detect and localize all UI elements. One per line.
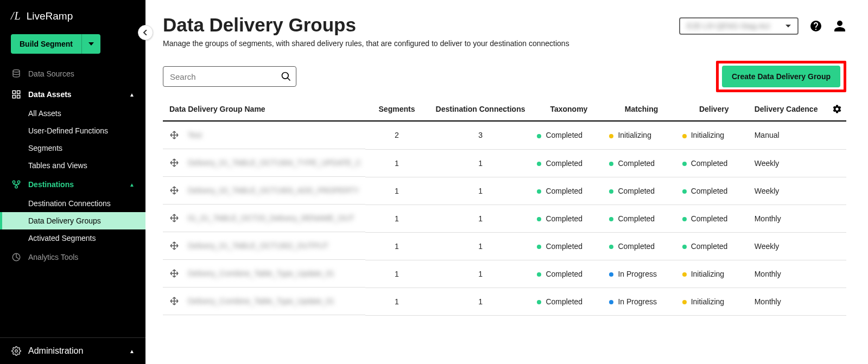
- svg-point-7: [15, 186, 18, 188]
- table-row[interactable]: Delivery_Combine_Table_Type_Update_0111C…: [163, 260, 846, 288]
- row-segments: 1: [365, 177, 428, 205]
- anchor-icon: [169, 158, 179, 168]
- svg-point-10: [282, 73, 289, 79]
- row-segments: 1: [365, 232, 428, 260]
- row-taxonomy-status: Completed: [533, 205, 605, 232]
- sidebar-item-destinations[interactable]: Destinations ▲: [0, 174, 145, 195]
- logo-mark: /L: [11, 10, 21, 22]
- row-taxonomy-status: Completed: [533, 177, 605, 205]
- row-destinations: 1: [428, 288, 533, 315]
- row-delivery-status: Completed: [678, 149, 750, 177]
- row-destinations: 1: [428, 232, 533, 260]
- table-row[interactable]: Delivery_01_TABLE_OCT1902_OUTPUT11Comple…: [163, 232, 846, 260]
- col-header-cadence[interactable]: Delivery Cadence: [750, 98, 828, 121]
- row-delivery-status: Initializing: [678, 260, 750, 288]
- row-name: Delivery_Combine_Table_Type_Update_01: [188, 297, 334, 305]
- database-icon: [11, 68, 22, 79]
- col-header-destination[interactable]: Destination Connections: [428, 98, 533, 121]
- row-cadence: Weekly: [750, 149, 828, 177]
- row-segments: 2: [365, 121, 428, 149]
- table-row[interactable]: Test23CompletedInitializingInitializingM…: [163, 121, 846, 149]
- col-header-segments[interactable]: Segments: [365, 98, 428, 121]
- sidebar-sub-destination-connections[interactable]: Destination Connections: [0, 195, 145, 212]
- row-name: 01_01_TABLE_OCT20_Delivery_RENAME_OUT: [188, 214, 354, 222]
- row-taxonomy-status: Completed: [533, 232, 605, 260]
- sidebar-item-analytics[interactable]: Analytics Tools: [0, 247, 145, 267]
- row-matching-status: Completed: [605, 205, 677, 232]
- brand-logo: /L LiveRamp: [0, 0, 145, 28]
- col-header-name[interactable]: Data Delivery Group Name: [163, 98, 365, 121]
- chevron-up-icon: ▲: [129, 348, 135, 354]
- row-matching-status: Completed: [605, 177, 677, 205]
- row-matching-status: In Progress: [605, 288, 677, 315]
- row-delivery-status: Initializing: [678, 288, 750, 315]
- sidebar-label: Analytics Tools: [28, 253, 78, 261]
- table-row[interactable]: Delivery_Combine_Table_Type_Update_0111C…: [163, 288, 846, 315]
- table-row[interactable]: Delivery_01_TABLE_OCT1904_TYPE_UPDATE_C1…: [163, 149, 846, 177]
- sidebar-label: Administration: [28, 346, 83, 356]
- col-header-delivery[interactable]: Delivery: [678, 98, 750, 121]
- anchor-icon: [169, 241, 179, 251]
- sidebar-label: Data Assets: [28, 90, 72, 99]
- row-name: Delivery_02_TABLE_OCT1903_ADD_PROPERTY: [188, 186, 359, 195]
- svg-point-5: [12, 181, 15, 183]
- svg-rect-2: [17, 91, 20, 93]
- sidebar-label: Data Sources: [28, 69, 74, 78]
- col-header-taxonomy[interactable]: Taxonomy: [533, 98, 605, 121]
- help-icon[interactable]: [809, 20, 822, 33]
- account-dropdown[interactable]: E2E-LR-QENG-Stag-Act: [679, 17, 799, 35]
- sidebar-sub-udf[interactable]: User-Defined Functions: [0, 122, 145, 139]
- sidebar-sub-activated-segments[interactable]: Activated Segments: [0, 229, 145, 247]
- search-icon: [281, 71, 292, 82]
- chevron-up-icon: ▲: [129, 182, 135, 188]
- sidebar: /L LiveRamp Build Segment Data Sources D…: [0, 0, 145, 364]
- page-description: Manage the groups of segments, with shar…: [163, 39, 679, 48]
- table-row[interactable]: 01_01_TABLE_OCT20_Delivery_RENAME_OUT11C…: [163, 205, 846, 232]
- anchor-icon: [169, 213, 179, 223]
- search-input[interactable]: [170, 72, 281, 81]
- row-destinations: 1: [428, 260, 533, 288]
- sidebar-sub-all-assets[interactable]: All Assets: [0, 105, 145, 122]
- row-name: Delivery_01_TABLE_OCT1902_OUTPUT: [188, 241, 328, 250]
- row-delivery-status: Completed: [678, 232, 750, 260]
- col-header-matching[interactable]: Matching: [605, 98, 677, 121]
- destinations-icon: [11, 179, 22, 190]
- anchor-icon: [169, 186, 179, 195]
- row-delivery-status: Completed: [678, 177, 750, 205]
- row-destinations: 1: [428, 205, 533, 232]
- row-segments: 1: [365, 205, 428, 232]
- row-taxonomy-status: Completed: [533, 121, 605, 149]
- sidebar-sub-segments[interactable]: Segments: [0, 139, 145, 157]
- create-data-delivery-group-button[interactable]: Create Data Delivery Group: [722, 66, 840, 87]
- build-segment-button[interactable]: Build Segment: [11, 34, 81, 54]
- svg-point-6: [17, 181, 20, 183]
- row-destinations: 1: [428, 149, 533, 177]
- row-segments: 1: [365, 260, 428, 288]
- table-settings-button[interactable]: [828, 98, 846, 121]
- row-cadence: Monthly: [750, 260, 828, 288]
- row-taxonomy-status: Completed: [533, 149, 605, 177]
- row-segments: 1: [365, 288, 428, 315]
- svg-point-0: [13, 70, 20, 73]
- row-matching-status: Completed: [605, 149, 677, 177]
- search-input-wrapper[interactable]: [163, 66, 296, 87]
- svg-line-11: [288, 78, 290, 81]
- user-icon[interactable]: [833, 20, 846, 33]
- svg-rect-3: [12, 95, 15, 98]
- sidebar-sub-data-delivery-groups[interactable]: Data Delivery Groups: [0, 212, 145, 229]
- row-name: Delivery_01_TABLE_OCT1904_TYPE_UPDATE_C: [188, 158, 361, 167]
- sidebar-collapse-button[interactable]: [138, 25, 153, 40]
- table-row[interactable]: Delivery_02_TABLE_OCT1903_ADD_PROPERTY11…: [163, 177, 846, 205]
- sidebar-item-administration[interactable]: Administration ▲: [0, 337, 145, 364]
- page-title: Data Delivery Groups: [163, 14, 679, 36]
- sidebar-item-data-sources[interactable]: Data Sources: [0, 63, 145, 84]
- sidebar-sub-tables-views[interactable]: Tables and Views: [0, 157, 145, 174]
- analytics-icon: [11, 252, 22, 263]
- row-destinations: 1: [428, 177, 533, 205]
- delivery-groups-table: Data Delivery Group Name Segments Destin…: [163, 98, 846, 316]
- row-cadence: Weekly: [750, 177, 828, 205]
- build-segment-dropdown[interactable]: [81, 34, 100, 54]
- sidebar-item-data-assets[interactable]: Data Assets ▲: [0, 84, 145, 105]
- row-name: Test: [188, 131, 202, 139]
- row-cadence: Monthly: [750, 288, 828, 315]
